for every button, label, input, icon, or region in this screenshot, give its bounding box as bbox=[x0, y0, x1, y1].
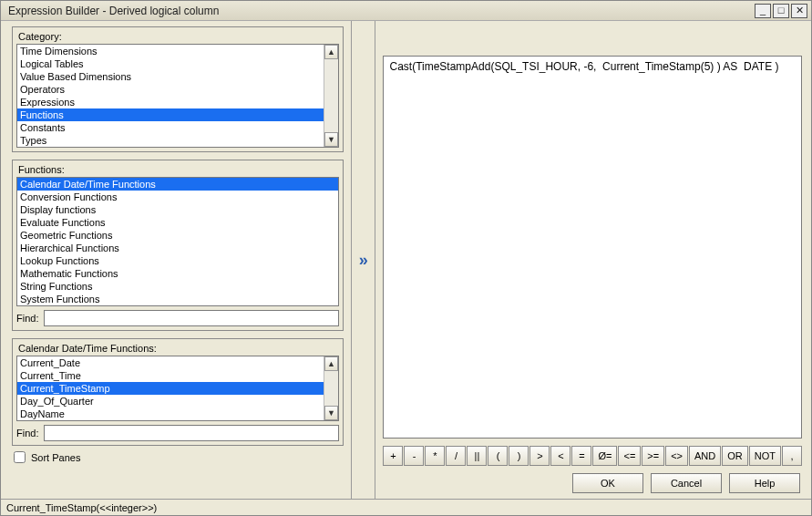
sub-functions-find-label: Find: bbox=[16, 428, 38, 439]
functions-item[interactable]: Hierarchical Functions bbox=[17, 242, 338, 254]
functions-listbox[interactable]: Calendar Date/Time FunctionsConversion F… bbox=[16, 177, 339, 306]
insert-arrow-icon[interactable]: » bbox=[356, 251, 371, 269]
functions-group: Functions: Calendar Date/Time FunctionsC… bbox=[12, 160, 344, 331]
sub-functions-item[interactable]: Current_Date bbox=[17, 356, 324, 369]
close-button[interactable]: ✕ bbox=[791, 4, 807, 18]
sub-functions-label: Calendar Date/Time Functions: bbox=[18, 343, 339, 354]
category-item[interactable]: Logical Tables bbox=[17, 57, 324, 70]
scroll-down-icon[interactable]: ▼ bbox=[324, 132, 338, 147]
operator-button[interactable]: > bbox=[529, 446, 550, 466]
sub-functions-item[interactable]: Day_Of_Quarter bbox=[17, 395, 324, 408]
sub-functions-item[interactable]: DayName bbox=[17, 408, 324, 420]
functions-find-input[interactable] bbox=[44, 310, 338, 326]
category-item[interactable]: Value Based Dimensions bbox=[17, 70, 324, 83]
ok-button[interactable]: OK bbox=[572, 473, 643, 493]
sort-panes-label: Sort Panes bbox=[31, 452, 80, 463]
functions-item[interactable]: System Functions bbox=[17, 293, 338, 305]
category-item[interactable]: Functions bbox=[17, 108, 324, 121]
sort-panes-row: Sort Panes bbox=[12, 448, 344, 465]
functions-item[interactable]: Lookup Functions bbox=[17, 254, 338, 267]
category-scrollbar[interactable]: ▲ ▼ bbox=[324, 45, 338, 147]
help-button[interactable]: Help bbox=[729, 473, 800, 493]
maximize-button[interactable]: □ bbox=[773, 4, 789, 18]
sub-functions-listbox[interactable]: Current_DateCurrent_TimeCurrent_TimeStam… bbox=[16, 356, 339, 421]
operator-button[interactable]: < bbox=[550, 446, 570, 466]
statusbar: Current_TimeStamp(<<integer>>) bbox=[1, 499, 811, 515]
functions-find-label: Find: bbox=[16, 313, 38, 324]
operator-button[interactable]: <> bbox=[665, 446, 688, 466]
functions-item[interactable]: Display functions bbox=[17, 203, 338, 216]
scroll-down-icon[interactable]: ▼ bbox=[324, 406, 338, 420]
category-item[interactable]: Constants bbox=[17, 121, 324, 134]
sort-panes-checkbox[interactable] bbox=[14, 451, 26, 463]
expression-textarea[interactable]: Cast(TimeStampAdd(SQL_TSI_HOUR, -6, Curr… bbox=[383, 56, 802, 439]
functions-item[interactable]: String Functions bbox=[17, 280, 338, 293]
category-listbox[interactable]: Time DimensionsLogical TablesValue Based… bbox=[16, 44, 339, 148]
functions-item[interactable]: Conversion Functions bbox=[17, 191, 338, 203]
operator-button[interactable]: NOT bbox=[749, 446, 781, 466]
window-controls: _ □ ✕ bbox=[755, 4, 807, 18]
operator-toolbar: +-*/||()><=Ø=<=>=<>ANDORNOT, bbox=[383, 446, 802, 466]
sub-functions-group: Calendar Date/Time Functions: Current_Da… bbox=[12, 338, 344, 446]
category-item[interactable]: Expressions bbox=[17, 96, 324, 108]
titlebar: Expression Builder - Derived logical col… bbox=[1, 1, 811, 21]
expression-builder-window: Expression Builder - Derived logical col… bbox=[0, 0, 812, 516]
functions-label: Functions: bbox=[18, 164, 339, 175]
operator-button[interactable]: AND bbox=[689, 446, 721, 466]
operator-button[interactable]: , bbox=[782, 446, 802, 466]
functions-item[interactable]: Calendar Date/Time Functions bbox=[17, 178, 338, 191]
operator-button[interactable]: Ø= bbox=[592, 446, 617, 466]
window-title: Expression Builder - Derived logical col… bbox=[8, 5, 755, 17]
right-pane: Cast(TimeStampAdd(SQL_TSI_HOUR, -6, Curr… bbox=[375, 21, 811, 499]
category-item[interactable]: Types bbox=[17, 134, 324, 147]
divider-column: » bbox=[352, 21, 376, 499]
operator-button[interactable]: OR bbox=[722, 446, 748, 466]
category-item[interactable]: Operators bbox=[17, 83, 324, 96]
functions-item[interactable]: Evaluate Functions bbox=[17, 216, 338, 229]
sub-functions-scrollbar[interactable]: ▲ ▼ bbox=[324, 356, 338, 420]
left-pane: Category: Time DimensionsLogical TablesV… bbox=[1, 21, 352, 499]
dialog-button-row: OK Cancel Help bbox=[383, 473, 802, 493]
minimize-button[interactable]: _ bbox=[755, 4, 771, 18]
statusbar-text: Current_TimeStamp(<<integer>>) bbox=[6, 502, 157, 513]
scroll-up-icon[interactable]: ▲ bbox=[324, 356, 338, 371]
operator-button[interactable]: - bbox=[404, 446, 424, 466]
operator-button[interactable]: || bbox=[467, 446, 487, 466]
scroll-up-icon[interactable]: ▲ bbox=[324, 45, 338, 59]
operator-button[interactable]: >= bbox=[642, 446, 664, 466]
sub-functions-find-input[interactable] bbox=[44, 425, 338, 441]
cancel-button[interactable]: Cancel bbox=[651, 473, 722, 493]
operator-button[interactable]: <= bbox=[618, 446, 641, 466]
category-item[interactable]: Time Dimensions bbox=[17, 45, 324, 57]
operator-button[interactable]: ) bbox=[509, 446, 529, 466]
operator-button[interactable]: * bbox=[425, 446, 445, 466]
sub-functions-item[interactable]: Current_TimeStamp bbox=[17, 382, 324, 395]
operator-button[interactable]: ( bbox=[488, 446, 508, 466]
functions-item[interactable]: Geometric Functions bbox=[17, 229, 338, 242]
functions-item[interactable]: Mathematic Functions bbox=[17, 267, 338, 280]
operator-button[interactable]: + bbox=[383, 446, 403, 466]
operator-button[interactable]: / bbox=[446, 446, 466, 466]
sub-functions-item[interactable]: Current_Time bbox=[17, 369, 324, 382]
category-group: Category: Time DimensionsLogical TablesV… bbox=[12, 26, 344, 152]
category-label: Category: bbox=[18, 31, 339, 42]
operator-button[interactable]: = bbox=[571, 446, 591, 466]
